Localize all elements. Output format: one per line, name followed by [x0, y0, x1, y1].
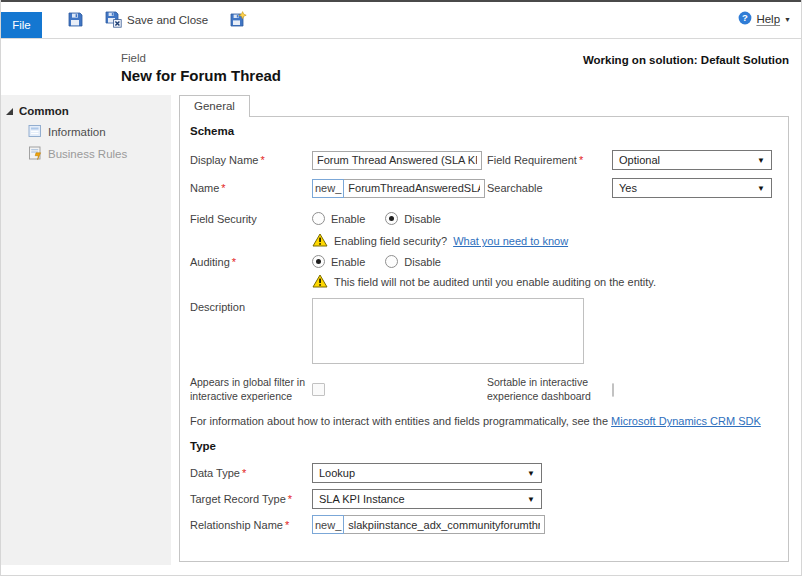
- chevron-down-icon: ▼: [784, 16, 791, 23]
- field-security-enable-radio[interactable]: [312, 212, 325, 225]
- type-section-heading: Type: [190, 440, 778, 455]
- ribbon-toolbar: File Save and Close ?: [1, 2, 801, 39]
- chevron-down-icon: ▼: [757, 156, 765, 165]
- form-row: Auditing* Enable Disable: [190, 255, 778, 268]
- svg-text:?: ?: [743, 12, 749, 23]
- sidebar-item-business-rules[interactable]: Business Rules: [1, 143, 171, 165]
- sortable-checkbox[interactable]: [612, 383, 614, 397]
- form-page-icon: [28, 124, 42, 140]
- target-record-type-select[interactable]: SLA KPI Instance ▼: [312, 489, 542, 509]
- relationship-name-label: Relationship Name*: [190, 519, 312, 531]
- sortable-label: Sortable in interactive experience dashb…: [487, 376, 612, 403]
- toolbar-buttons: Save and Close: [63, 8, 251, 33]
- crm-field-editor-window: File Save and Close ?: [0, 0, 802, 576]
- radio-label: Enable: [331, 213, 365, 225]
- description-textarea[interactable]: [312, 298, 584, 364]
- global-filter-checkbox[interactable]: [312, 383, 325, 396]
- target-record-type-label: Target Record Type*: [190, 493, 312, 505]
- chevron-down-icon: ▼: [527, 469, 535, 478]
- save-and-close-button[interactable]: Save and Close: [101, 8, 212, 33]
- data-type-label: Data Type*: [190, 467, 312, 479]
- display-name-label: Display Name*: [190, 154, 312, 166]
- form-row: Display Name* Field Requirement* Optiona…: [190, 150, 778, 170]
- display-name-input[interactable]: [312, 151, 482, 170]
- warning-text: This field will not be audited until you…: [334, 276, 656, 288]
- form-row: Appears in global filter in interactive …: [190, 376, 778, 403]
- auditing-label: Auditing*: [190, 256, 312, 268]
- page-header: Field New for Forum Thread Working on so…: [1, 39, 801, 95]
- collapse-expander-icon: [6, 108, 13, 115]
- sidebar-group-common[interactable]: Common: [1, 102, 171, 121]
- chevron-down-icon: ▼: [757, 184, 765, 193]
- field-security-label: Field Security: [190, 213, 312, 225]
- entity-type-label: Field: [121, 52, 146, 64]
- solution-note: Working on solution: Default Solution: [583, 54, 789, 66]
- business-rules-icon: [28, 146, 42, 162]
- sdk-note: For information about how to interact wi…: [190, 415, 778, 430]
- required-marker: *: [260, 154, 264, 166]
- selected-value: Optional: [619, 154, 660, 166]
- name-label: Name*: [190, 182, 312, 194]
- relationship-name-input[interactable]: [343, 515, 545, 534]
- global-filter-label: Appears in global filter in interactive …: [190, 376, 312, 403]
- help-label: Help: [756, 13, 780, 25]
- form-row: Enabling field security? What you need t…: [190, 233, 778, 249]
- warning-text: Enabling field security?: [334, 235, 447, 247]
- form-row: This field will not be audited until you…: [190, 274, 778, 290]
- radio-label: Disable: [404, 256, 441, 268]
- save-and-new-icon: [230, 11, 247, 30]
- searchable-select[interactable]: Yes ▼: [612, 178, 772, 198]
- form-row: Relationship Name* new_: [190, 515, 778, 534]
- radio-label: Enable: [331, 256, 365, 268]
- sidebar-item-label: Information: [48, 126, 106, 138]
- radio-label: Disable: [404, 213, 441, 225]
- auditing-enable-radio[interactable]: [312, 255, 325, 268]
- required-marker: *: [232, 256, 236, 268]
- help-icon: ?: [738, 11, 752, 27]
- field-security-info-link[interactable]: What you need to know: [453, 235, 568, 247]
- save-and-new-button[interactable]: [226, 8, 251, 33]
- tab-general[interactable]: General: [179, 95, 250, 117]
- page-title: New for Forum Thread: [121, 67, 281, 84]
- required-marker: *: [288, 493, 292, 505]
- form-row: Field Security Enable Disable: [190, 212, 778, 225]
- save-icon: [67, 11, 83, 29]
- auditing-warning: This field will not be audited until you…: [312, 274, 656, 290]
- name-prefix: new_: [312, 179, 344, 198]
- form-row: Data Type* Lookup ▼: [190, 463, 778, 483]
- field-requirement-select[interactable]: Optional ▼: [612, 150, 772, 170]
- general-tab-panel: Schema Display Name* Field Requirement* …: [179, 116, 789, 562]
- sidebar-item-label: Business Rules: [48, 148, 127, 160]
- description-label: Description: [190, 298, 312, 313]
- navigation-sidebar: Common Information Business Rules: [1, 95, 171, 565]
- warning-icon: [312, 233, 328, 249]
- searchable-label: Searchable: [487, 182, 612, 194]
- data-type-select[interactable]: Lookup ▼: [312, 463, 542, 483]
- sdk-link[interactable]: Microsoft Dynamics CRM SDK: [611, 415, 761, 427]
- required-marker: *: [285, 519, 289, 531]
- selected-value: SLA KPI Instance: [319, 493, 405, 505]
- field-security-warning: Enabling field security? What you need t…: [312, 233, 568, 249]
- selected-value: Yes: [619, 182, 637, 194]
- auditing-disable-radio[interactable]: [385, 255, 398, 268]
- save-button[interactable]: [63, 8, 87, 32]
- chevron-down-icon: ▼: [527, 495, 535, 504]
- field-requirement-label: Field Requirement*: [487, 154, 612, 166]
- relationship-name-prefix: new_: [312, 515, 344, 534]
- field-security-disable-radio[interactable]: [385, 212, 398, 225]
- help-menu[interactable]: ? Help ▼: [738, 11, 791, 27]
- file-menu-button[interactable]: File: [1, 12, 42, 38]
- form-row: Target Record Type* SLA KPI Instance ▼: [190, 489, 778, 509]
- required-marker: *: [242, 467, 246, 479]
- selected-value: Lookup: [319, 467, 355, 479]
- sidebar-item-information[interactable]: Information: [1, 121, 171, 143]
- name-input[interactable]: [343, 179, 485, 198]
- main-content: General Schema Display Name* Field Requi…: [171, 95, 801, 565]
- required-marker: *: [579, 154, 583, 166]
- form-row: Description: [190, 298, 778, 364]
- required-marker: *: [221, 182, 225, 194]
- save-and-close-icon: [105, 11, 122, 30]
- form-row: Name* new_ Searchable Yes ▼: [190, 178, 778, 198]
- save-and-close-label: Save and Close: [127, 14, 208, 26]
- warning-icon: [312, 274, 328, 290]
